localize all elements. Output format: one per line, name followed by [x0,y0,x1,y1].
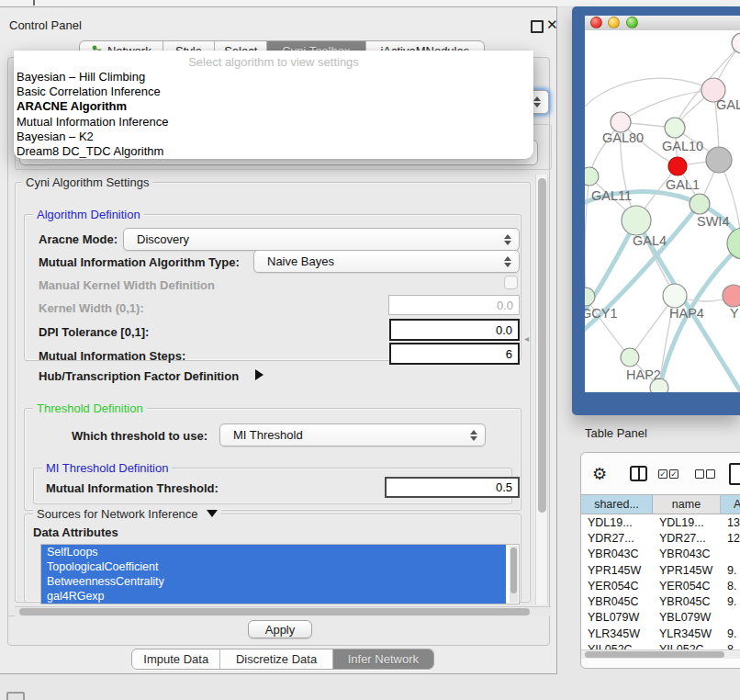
splitter-collapse-icon[interactable]: ◂ [524,333,529,344]
node-label: Y [730,306,739,321]
cell-value: 8. [721,643,740,649]
node-gal11[interactable] [585,167,599,186]
cell-name: YER054C [653,580,721,593]
node-gray[interactable] [706,147,732,173]
tab-impute-data[interactable]: Impute Data [132,649,220,669]
cell-value: 12 [721,532,740,545]
dropdown-item[interactable]: Bayesian – K2 [14,130,533,144]
window-artifact [33,0,35,6]
mi-threshold-label: Mutual Information Threshold: [46,481,219,495]
node-salmon[interactable] [723,285,740,307]
field-value: 6 [506,347,512,361]
scrollbar-thumb[interactable] [19,608,530,615]
tab-discretize-data[interactable]: Discretize Data [220,649,332,669]
scrollbar-thumb[interactable] [585,651,724,658]
column-header-partial[interactable]: A [721,494,740,514]
mi-algorithm-type-combobox[interactable]: Naive Bayes [253,250,520,273]
list-item[interactable]: BetweennessCentrality [41,574,506,589]
list-item[interactable]: TopologicalCoefficient [41,559,506,574]
cell-value: 8. [721,580,740,593]
list-item[interactable]: SelfLoops [41,545,506,559]
checked-checkbox-icon[interactable]: ✓ [669,469,678,479]
settings-vertical-scrollbar[interactable] [535,175,548,604]
group-title: Cyni Algorithm Settings [22,176,152,189]
table-row[interactable]: YDL19...YDL19...13 [581,514,740,530]
node-hap4[interactable] [663,284,687,308]
which-threshold-combobox[interactable]: MI Threshold [219,423,486,446]
table-icon[interactable] [729,463,740,485]
table-body[interactable]: YDL19...YDL19...13 YDR27...YDR27...12 YB… [581,514,740,649]
node-gal10[interactable] [665,118,685,138]
zoom-traffic-light-icon[interactable] [626,17,638,28]
table-horizontal-scrollbar[interactable] [581,649,740,659]
table-row[interactable]: YIL052CYIL052C8. [581,641,740,649]
float-window-icon[interactable] [531,20,544,33]
settings-horizontal-scrollbar[interactable] [15,606,551,616]
node[interactable] [732,33,740,53]
dropdown-item[interactable]: Bayesian – Hill Climbing [14,70,533,85]
mi-threshold-input[interactable]: 0.5 [385,477,520,498]
list-item[interactable]: gal4RGexp [41,589,506,604]
combo-arrows-icon [504,234,511,245]
minimize-traffic-light-icon[interactable] [608,17,620,28]
expand-arrow-icon[interactable] [255,369,263,380]
cell-shared: YBL079W [581,611,653,624]
table-panel-title: Table Panel [585,426,647,440]
panel-title: Control Panel [9,18,82,32]
node-selected-red[interactable] [668,157,687,175]
dpi-tolerance-input[interactable]: 0.0 [389,319,520,341]
close-icon[interactable]: ✕ [546,17,558,33]
dropdown-item[interactable]: Dream8 DC_TDC Algorithm [14,144,533,159]
unchecked-checkbox-icon[interactable] [695,469,704,479]
tab-infer-network[interactable]: Infer Network [333,649,433,669]
dropdown-item[interactable]: Mutual Information Inference [14,115,533,130]
mi-steps-label: Mutual Information Steps: [39,349,185,363]
group-title: Sources for Network Inference [37,507,198,521]
kernel-width-label: Kernel Width (0,1): [39,301,144,315]
node-label: GAL10 [662,139,703,153]
table-row[interactable]: YPR145WYPR145W9. [581,562,740,578]
mi-steps-input[interactable]: 6 [389,343,520,365]
node-label: GAL [716,97,740,112]
node-gcy1[interactable] [585,288,595,306]
cell-name: YBL079W [653,611,721,624]
column-header-name[interactable]: name [653,494,721,514]
node-label: GAL80 [602,130,644,145]
table-row[interactable]: YDR27...YDR27...12 [581,530,740,546]
dropdown-item-highlighted[interactable]: ARACNE Algorithm [14,99,533,114]
cell-shared: YLR345W [581,627,653,640]
node-swi4[interactable] [690,194,710,214]
manual-kernel-width-label: Manual Kernel Width Definition [39,278,215,292]
dropdown-item[interactable]: Basic Correlation Inference [14,85,533,99]
scrollbar-thumb[interactable] [510,548,517,593]
group-title: Threshold Definition [33,402,147,415]
kernel-width-input[interactable]: 0.0 [388,295,520,315]
node-hap2[interactable] [621,348,639,367]
list-scrollbar[interactable] [510,546,518,603]
node-gal4[interactable] [622,206,651,235]
manual-kernel-width-checkbox[interactable] [504,276,518,289]
columns-icon[interactable] [630,466,647,481]
node-gal80[interactable] [611,112,631,132]
corner-widget[interactable] [6,692,25,700]
scrollbar-thumb[interactable] [538,178,546,513]
table-row[interactable]: YBR045CYBR045C9. [581,593,740,609]
node-label: HAP4 [669,306,704,321]
table-row[interactable]: YER054CYER054C8. [581,578,740,593]
table-row[interactable]: YBR043CYBR043C [581,547,740,562]
column-header-shared-name[interactable]: shared... [581,494,653,514]
gear-icon[interactable]: ⚙ [592,464,607,484]
table-row[interactable]: YLR345WYLR345W9. [581,626,740,641]
sources-title[interactable]: Sources for Network Inference [33,508,221,521]
node-label: SWI4 [697,214,729,229]
unchecked-checkbox-icon[interactable] [706,469,715,479]
apply-button[interactable]: Apply [248,620,312,638]
collapse-arrow-icon[interactable] [207,510,218,517]
checked-checkbox-icon[interactable]: ✓ [658,469,667,479]
table-row[interactable]: YBL079WYBL079W [581,610,740,626]
aracne-mode-combobox[interactable]: Discovery [123,228,520,251]
network-canvas[interactable]: GAL GAL80 GAL10 GAL1 GAL11 SWI4 GAL4 GCY… [585,30,740,392]
close-traffic-light-icon[interactable] [590,17,602,28]
combo-arrows-icon [533,96,541,107]
data-attributes-list[interactable]: SelfLoops TopologicalCoefficient Between… [40,544,520,604]
